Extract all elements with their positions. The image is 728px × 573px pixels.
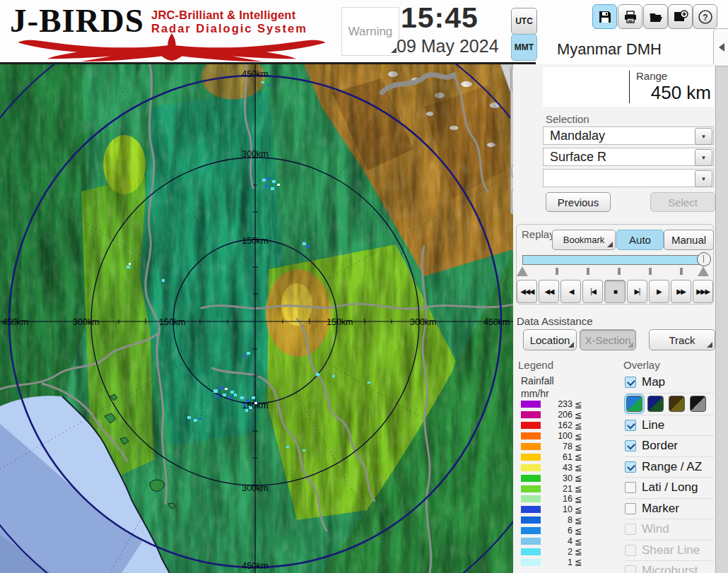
svg-text:450km: 450km	[242, 69, 269, 79]
range-label: Range	[636, 70, 667, 82]
overlay-item-marker[interactable]: Marker	[625, 499, 714, 520]
legend-entry: 10≦	[518, 504, 621, 515]
bookmark-button[interactable]: Bookmark	[552, 230, 616, 250]
svg-text:300km: 300km	[73, 317, 100, 327]
location-button[interactable]: Location	[523, 329, 577, 350]
timezone-utc-button[interactable]: UTC	[511, 8, 537, 35]
overlay-item-label: Shear Line	[642, 543, 700, 557]
checkbox	[625, 565, 636, 573]
checkbox[interactable]	[625, 461, 636, 473]
legend-value: 100	[541, 431, 573, 441]
stop-button[interactable]: ■	[604, 280, 625, 303]
replay-auto-button[interactable]: Auto	[616, 230, 664, 250]
forward-button[interactable]: ▶▶	[671, 280, 691, 303]
dropdown-product[interactable]: Surface R ▼	[543, 148, 714, 166]
station-name: Myanmar DMH	[557, 40, 662, 59]
legend-entry: 162≦	[518, 420, 621, 431]
legend-value: 4	[541, 536, 573, 546]
x-section-button[interactable]: X-Section	[580, 329, 636, 350]
overlay-item-lati-long[interactable]: Lati / Long	[625, 478, 714, 499]
overlay-item-border[interactable]: Border	[625, 436, 714, 457]
legend-color-swatch	[521, 432, 541, 439]
lte-symbol: ≦	[575, 526, 582, 536]
checkbox	[625, 545, 636, 556]
range-value: 450 km	[622, 82, 711, 104]
slider-tick	[556, 268, 558, 275]
legend-value: 43	[541, 463, 573, 473]
step-first-button[interactable]: |◀	[582, 280, 603, 303]
replay-slider-track[interactable]	[522, 255, 709, 265]
checkbox[interactable]	[625, 503, 636, 514]
replay-slider-handle[interactable]	[697, 252, 711, 266]
print-button[interactable]	[618, 4, 642, 29]
map-style-swatch-3[interactable]	[669, 396, 685, 412]
previous-button[interactable]: Previous	[546, 192, 611, 212]
logo-tagline-1: JRC-Brilliant & Intelligent	[151, 8, 295, 22]
overlay-item-microburst[interactable]: Microburst	[625, 561, 714, 573]
playback-controls: ◀◀◀◀◀◀|◀■▶|▶▶▶▶▶▶	[517, 280, 713, 303]
slider-end-marker[interactable]	[698, 266, 709, 276]
lte-symbol: ≦	[575, 399, 582, 410]
open-folder-button[interactable]	[643, 4, 668, 29]
legend-entry: 100≦	[518, 431, 621, 442]
step-last-button[interactable]: ▶|	[627, 280, 647, 303]
play-button[interactable]: ▶	[649, 280, 669, 303]
legend-color-swatch	[521, 401, 541, 408]
legend-color-swatch	[521, 485, 541, 492]
overlay-item-wind[interactable]: Wind	[625, 519, 714, 540]
play-reverse-button[interactable]: ◀	[560, 280, 581, 303]
rewind-fast-button[interactable]: ◀◀◀	[517, 280, 537, 303]
map-style-swatch-2[interactable]	[647, 396, 664, 412]
checkbox	[625, 524, 636, 535]
forward-fast-button[interactable]: ▶▶▶	[693, 280, 713, 303]
slider-start-marker[interactable]	[517, 266, 528, 276]
legend-color-swatch	[521, 411, 541, 418]
legend-color-swatch	[521, 527, 541, 534]
clock-time: 15:45	[401, 1, 507, 35]
map-style-swatch-1[interactable]	[626, 396, 642, 412]
select-button[interactable]: Select	[650, 192, 715, 212]
lte-symbol: ≦	[575, 442, 582, 452]
save-button[interactable]	[592, 4, 617, 29]
rewind-button[interactable]: ◀◀	[539, 280, 559, 303]
svg-text:450km: 450km	[483, 317, 510, 327]
panel-collapse-button[interactable]	[713, 28, 728, 66]
help-button[interactable]: ?	[693, 4, 717, 29]
legend-color-swatch	[521, 464, 541, 471]
data-assistance-label: Data Assistance	[517, 315, 593, 327]
checkbox[interactable]	[625, 420, 636, 431]
warning-label: Warning	[348, 25, 393, 39]
open-folder-icon	[649, 10, 663, 24]
map-style-swatch-4[interactable]	[690, 396, 706, 412]
timezone-mmt-button[interactable]: MMT	[511, 34, 537, 61]
overlay-item-shear-line[interactable]: Shear Line	[625, 540, 714, 562]
replay-manual-button[interactable]: Manual	[664, 230, 714, 250]
panel-scroll-strip[interactable]	[715, 62, 728, 573]
dropdown-extra[interactable]: ▼	[543, 169, 714, 187]
svg-text:300km: 300km	[242, 483, 269, 493]
legend-color-swatch	[521, 538, 541, 545]
dropdown-caret-icon[interactable]: ▼	[695, 149, 712, 166]
checkbox[interactable]	[625, 377, 636, 388]
checkbox[interactable]	[625, 482, 636, 493]
dropdown-site[interactable]: Mandalay ▼	[543, 126, 714, 145]
add-image-button[interactable]	[668, 4, 693, 29]
lte-symbol: ≦	[575, 420, 582, 431]
help-icon: ?	[698, 9, 713, 25]
overlay-item-line[interactable]: Line	[625, 415, 714, 437]
clock-date: 09 May 2024	[397, 36, 517, 57]
svg-text:450km: 450km	[242, 561, 269, 571]
track-button[interactable]: Track	[649, 329, 715, 350]
dropdown-caret-icon[interactable]: ▼	[695, 128, 712, 145]
lte-symbol: ≦	[575, 557, 582, 567]
dropdown-caret-icon[interactable]: ▼	[695, 170, 712, 187]
overlay-item-map[interactable]: Map	[625, 372, 714, 394]
radar-map[interactable]: 450km 300km 150km 150km 300km 450km 450k…	[0, 64, 513, 573]
legend-entry: 8≦	[518, 515, 621, 526]
lte-symbol: ≦	[575, 494, 582, 504]
overlay-item-range-az[interactable]: Range / AZ	[625, 457, 714, 478]
warning-button[interactable]: Warning	[341, 7, 399, 56]
checkbox[interactable]	[625, 440, 636, 451]
lte-symbol: ≦	[575, 431, 582, 442]
legend-entry: 6≦	[518, 526, 621, 536]
